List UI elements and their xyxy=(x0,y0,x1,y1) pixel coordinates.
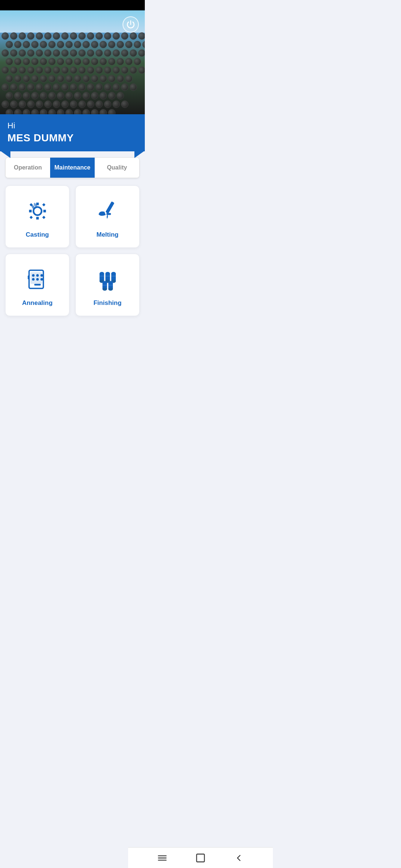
svg-rect-15 xyxy=(34,284,41,285)
power-button[interactable] xyxy=(123,16,139,33)
card-finishing-label: Finishing xyxy=(94,299,122,307)
nav-arrow-right[interactable] xyxy=(134,143,145,158)
svg-point-14 xyxy=(40,278,43,281)
greeting-section: Hi MES DUMMY xyxy=(0,114,145,151)
gear-cog-icon xyxy=(24,198,51,224)
paint-brush-icon xyxy=(94,198,121,224)
svg-rect-8 xyxy=(30,272,42,284)
svg-point-28 xyxy=(102,287,107,291)
svg-point-10 xyxy=(36,274,39,277)
svg-rect-16 xyxy=(27,276,29,280)
card-casting-label: Casting xyxy=(26,231,49,239)
hero-image xyxy=(0,10,145,114)
tablet-grid-icon xyxy=(24,266,51,293)
card-finishing[interactable]: Finishing xyxy=(75,254,140,316)
card-annealing-label: Annealing xyxy=(22,299,52,307)
greeting-hi: Hi xyxy=(7,121,137,131)
card-melting-label: Melting xyxy=(97,231,119,239)
status-bar xyxy=(0,0,145,10)
svg-point-9 xyxy=(32,274,35,277)
svg-point-31 xyxy=(108,287,113,291)
tabs-container: Operation Maintenance Quality xyxy=(5,157,140,178)
power-icon xyxy=(126,20,135,29)
tab-quality[interactable]: Quality xyxy=(95,158,139,178)
card-casting[interactable]: Casting xyxy=(5,185,69,248)
svg-rect-3 xyxy=(42,216,45,219)
svg-point-4 xyxy=(36,210,39,213)
svg-point-11 xyxy=(40,274,43,277)
card-melting[interactable]: Melting xyxy=(75,185,140,248)
logs-stack-icon xyxy=(94,266,121,293)
nav-arrow-left[interactable] xyxy=(0,143,10,158)
svg-point-13 xyxy=(36,278,39,281)
greeting-name: MES DUMMY xyxy=(7,132,137,144)
svg-rect-2 xyxy=(29,216,33,219)
svg-point-12 xyxy=(32,278,35,281)
svg-rect-1 xyxy=(42,203,45,207)
tab-operation[interactable]: Operation xyxy=(6,158,50,178)
svg-rect-5 xyxy=(105,201,114,214)
svg-rect-6 xyxy=(106,213,111,215)
tab-maintenance[interactable]: Maintenance xyxy=(50,158,95,178)
card-annealing[interactable]: Annealing xyxy=(5,254,69,316)
cards-grid: Casting Melting xyxy=(0,178,145,321)
pipes-visual xyxy=(0,31,145,114)
